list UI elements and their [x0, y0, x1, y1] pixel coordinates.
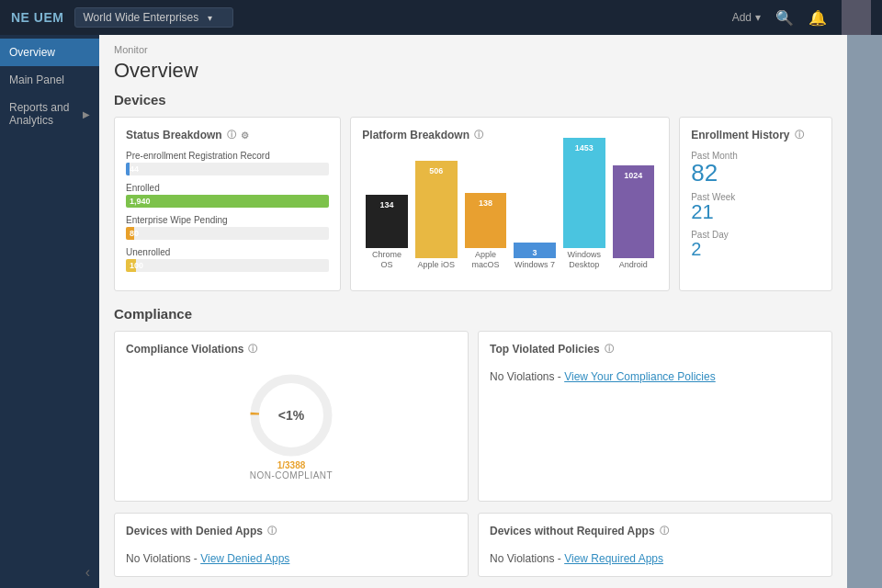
platform-bar: 506: [415, 161, 458, 258]
platform-bar: 138: [465, 193, 507, 248]
status-settings-icon[interactable]: ⚙: [241, 130, 249, 141]
bar-container: 44: [126, 163, 329, 175]
search-icon[interactable]: 🔍: [775, 9, 794, 27]
org-dropdown[interactable]: World Wide Enterprises ▾: [74, 7, 233, 28]
bar-value: 44: [130, 164, 139, 174]
enrollment-history-card: Enrollment History ⓘ Past Month 82 Past …: [679, 117, 832, 291]
required-apps-no-violations: No Violations - View Required Apps: [490, 552, 820, 565]
platform-bar-wrapper: 506: [415, 148, 458, 258]
platform-bar-col: 1024 Android: [613, 148, 655, 270]
status-bar-item: Pre-enrollment Registration Record 44: [126, 151, 329, 175]
right-panel: [847, 35, 882, 588]
donut-label: <1%: [278, 408, 304, 423]
org-name: World Wide Enterprises: [83, 11, 198, 24]
bar: 80: [126, 227, 134, 240]
platform-bar: 1024: [613, 165, 655, 258]
platform-bar-label: Windows Desktop: [563, 250, 605, 270]
platform-bar-col: 506 Apple iOS: [415, 148, 458, 270]
required-apps-info-icon[interactable]: ⓘ: [660, 525, 669, 537]
donut-container: <1% 1/3388 NON-COMPLIANT: [126, 365, 457, 490]
platform-bar-wrapper: 1024: [613, 148, 655, 258]
devices-section-title: Devices: [114, 92, 832, 107]
platform-bar-col: 1453 Windows Desktop: [563, 138, 605, 270]
denied-apps-info-icon[interactable]: ⓘ: [267, 525, 277, 537]
status-info-icon[interactable]: ⓘ: [227, 129, 236, 141]
platform-bar-value: 134: [380, 198, 394, 209]
donut-text: NON-COMPLIANT: [250, 470, 333, 481]
status-bar-item: Unenrolled 100: [126, 247, 329, 272]
compliance-violations-card: Compliance Violations ⓘ <1% 1/3388 NON-C…: [114, 331, 469, 502]
status-label: Enterprise Wipe Pending: [126, 215, 329, 225]
dropdown-chevron: ▾: [208, 13, 212, 23]
platform-bar-wrapper: 1453: [563, 138, 605, 248]
platform-bar-value: 3: [533, 245, 537, 257]
top-nav: NE UEM World Wide Enterprises ▾ Add ▾ 🔍 …: [0, 0, 882, 35]
top-violated-card: Top Violated Policies ⓘ No Violations - …: [478, 331, 832, 502]
bar-value: 100: [130, 261, 143, 270]
bar: 100: [126, 259, 136, 272]
denied-apps-no-violations: No Violations - View Denied Apps: [126, 552, 457, 565]
bar-value: 80: [130, 229, 139, 238]
denied-apps-title: Devices with Denied Apps ⓘ: [126, 525, 457, 537]
nav-right: Add ▾ 🔍 🔔: [732, 0, 871, 35]
add-button[interactable]: Add ▾: [732, 11, 761, 24]
enrollment-past-week: Past Week 21: [691, 192, 820, 222]
sidebar-bottom: ‹: [0, 557, 99, 588]
platform-chart: 134 Chrome OS 506 Apple iOS 138 Apple ma…: [362, 151, 658, 270]
notifications-icon[interactable]: 🔔: [808, 9, 827, 27]
compliance-row: Compliance Violations ⓘ <1% 1/3388 NON-C…: [114, 331, 832, 502]
enrollment-info-icon[interactable]: ⓘ: [795, 129, 804, 141]
sidebar-item-main-panel[interactable]: Main Panel: [0, 66, 99, 94]
bar-value: 1,940: [130, 197, 151, 206]
denied-row: Devices with Denied Apps ⓘ No Violations…: [114, 513, 832, 577]
main-layout: Overview Main Panel Reports and Analytic…: [0, 35, 882, 588]
enrollment-past-month: Past Month 82: [691, 151, 820, 185]
platform-bar-label: Android: [619, 260, 648, 270]
platform-bar-col: 3 Windows 7: [514, 148, 556, 270]
sidebar-collapse-button[interactable]: ‹: [9, 564, 90, 581]
platform-bar-value: 138: [479, 196, 492, 208]
required-apps-link[interactable]: View Required Apps: [564, 552, 663, 565]
platform-bar-value: 506: [429, 164, 443, 175]
platform-bar-col: 138 Apple macOS: [465, 138, 507, 270]
platform-bar-wrapper: 134: [366, 138, 408, 248]
status-bars: Pre-enrollment Registration Record 44 En…: [126, 151, 329, 272]
enrollment-history-title: Enrollment History ⓘ: [691, 129, 820, 141]
bar-container: 80: [126, 227, 329, 240]
sidebar-item-reports[interactable]: Reports and Analytics ▶: [0, 94, 99, 134]
compliance-violations-title: Compliance Violations ⓘ: [126, 343, 457, 356]
top-violated-no-violations: No Violations - View Your Compliance Pol…: [490, 370, 820, 383]
bar: 44: [126, 163, 130, 175]
bar: 1,940: [126, 195, 329, 208]
status-breakdown-card: Status Breakdown ⓘ ⚙ Pre-enrollment Regi…: [114, 117, 341, 291]
compliance-section-title: Compliance: [114, 306, 832, 322]
status-label: Unenrolled: [126, 247, 329, 257]
platform-bar-label: Windows 7: [514, 260, 555, 270]
reports-chevron: ▶: [83, 109, 90, 119]
sidebar-item-overview[interactable]: Overview: [0, 39, 99, 66]
platform-bar-wrapper: 3: [514, 148, 556, 258]
required-apps-card: Devices without Required Apps ⓘ No Viola…: [478, 513, 832, 577]
enrollment-past-day: Past Day 2: [691, 230, 820, 258]
denied-apps-card: Devices with Denied Apps ⓘ No Violations…: [114, 513, 469, 577]
compliance-info-icon[interactable]: ⓘ: [248, 343, 257, 356]
avatar[interactable]: [842, 0, 871, 35]
donut-sub: 1/3388: [277, 460, 306, 470]
platform-bar-label: Chrome OS: [366, 250, 408, 270]
status-bar-item: Enterprise Wipe Pending 80: [126, 215, 329, 240]
page-title: Overview: [114, 59, 832, 83]
status-breakdown-title: Status Breakdown ⓘ ⚙: [126, 129, 329, 141]
platform-bar-wrapper: 138: [465, 138, 507, 248]
bar-container: 1,940: [126, 195, 329, 208]
top-violated-info-icon[interactable]: ⓘ: [605, 343, 614, 356]
compliance-donut: <1%: [250, 374, 333, 457]
status-label: Pre-enrollment Registration Record: [126, 151, 329, 161]
compliance-policies-link[interactable]: View Your Compliance Policies: [564, 370, 716, 383]
bar-container: 100: [126, 259, 329, 272]
main-content: Monitor Overview Devices Status Breakdow…: [99, 35, 847, 588]
platform-bar: 3: [514, 243, 556, 258]
denied-apps-link[interactable]: View Denied Apps: [200, 552, 289, 565]
devices-cards-row: Status Breakdown ⓘ ⚙ Pre-enrollment Regi…: [114, 117, 832, 291]
platform-bar-label: Apple macOS: [465, 250, 507, 270]
top-violated-title: Top Violated Policies ⓘ: [490, 343, 820, 356]
